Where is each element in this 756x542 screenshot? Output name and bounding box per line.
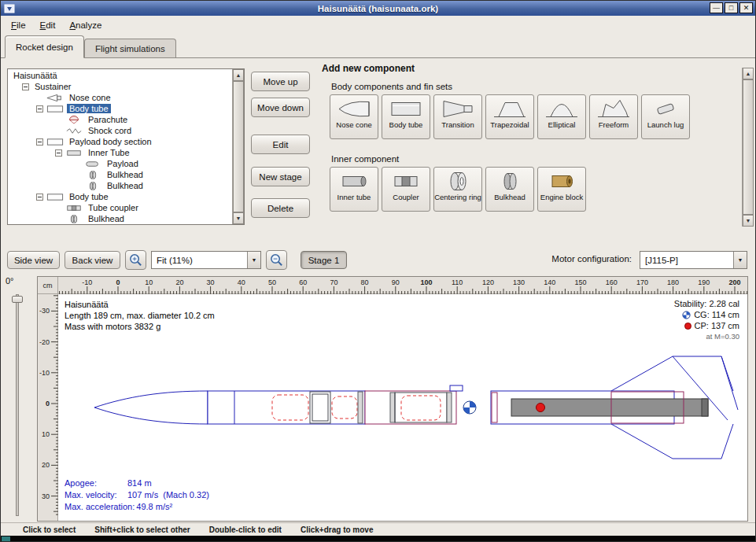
scrollbar-thumb[interactable] (743, 79, 754, 215)
delete-button[interactable]: Delete (251, 198, 310, 218)
fin-shape[interactable] (611, 424, 733, 459)
tree-scrollbar[interactable]: ▲ ▼ (232, 69, 244, 224)
app-icon[interactable] (4, 4, 15, 13)
svg-text:0: 0 (116, 278, 120, 286)
rotation-slider-handle[interactable] (12, 296, 23, 303)
add-bulkhead-button[interactable]: Bulkhead (485, 167, 534, 212)
menu-file[interactable]: File (4, 18, 33, 32)
body-tube-icon (46, 105, 64, 113)
scroll-up-icon[interactable]: ▲ (233, 69, 244, 81)
move-down-button[interactable]: Move down (251, 98, 310, 117)
rotation-slider-track[interactable] (16, 294, 19, 516)
parachute-icon (65, 116, 83, 124)
scroll-down-icon[interactable]: ▼ (233, 212, 244, 224)
scrollbar-thumb[interactable] (233, 81, 244, 212)
component-tree[interactable]: Haisunäätä Sustainer Nose cone Body tube… (7, 68, 245, 225)
add-coupler-button[interactable]: Coupler (382, 167, 430, 212)
tree-item-payload-body-section[interactable]: Payload body section (8, 136, 232, 147)
horizontal-ruler: -100102030405060708090100110120130140150… (58, 277, 747, 294)
tree-expander-icon[interactable] (55, 149, 62, 157)
mach-condition: at M=0.30 (706, 331, 739, 342)
tree-item-tube-coupler[interactable]: Tube coupler (8, 202, 232, 213)
body-tube-icon (46, 193, 64, 201)
tree-expander-icon[interactable] (22, 83, 29, 90)
new-stage-button[interactable]: New stage (251, 167, 310, 186)
hint-shift-click: Shift+click to select other (94, 525, 190, 534)
add-centering-ring-button[interactable]: Centering ring (433, 167, 482, 212)
tree-item-nose-cone[interactable]: Nose cone (8, 92, 232, 103)
add-engine-block-button[interactable]: Engine block (537, 167, 586, 212)
tree-item-bulkhead[interactable]: Bulkhead (8, 180, 232, 191)
add-freeform-fin-button[interactable]: Freeform (589, 94, 638, 139)
tree-item-inner-tube[interactable]: Inner Tube (8, 147, 232, 158)
tree-expander-icon[interactable] (36, 105, 43, 112)
zoom-out-button[interactable] (266, 250, 287, 270)
rocket-canvas[interactable]: Haisunäätä Length 189 cm, max. diameter … (58, 294, 747, 521)
tree-expander-icon[interactable] (36, 194, 43, 201)
stage-1-toggle[interactable]: Stage 1 (301, 251, 347, 269)
launch-lug-shape[interactable] (450, 385, 463, 391)
tree-item-body-tube-selected[interactable]: Body tube (8, 103, 232, 114)
motor-configuration-select[interactable]: [J115-P] ▼ (640, 251, 747, 269)
chevron-down-icon[interactable]: ▼ (247, 252, 260, 268)
add-trapezoidal-fin-button[interactable]: Trapezoidal (485, 94, 534, 139)
back-view-button[interactable]: Back view (65, 251, 120, 269)
svg-text:160: 160 (606, 278, 618, 286)
tree-item-bulkhead[interactable]: Bulkhead (8, 213, 232, 224)
max-acceleration-row: Max. acceleration:49.8 m/s² (65, 501, 209, 513)
scroll-up-icon[interactable]: ▲ (743, 68, 754, 79)
tree-item-body-tube[interactable]: Body tube (8, 191, 232, 202)
rocket-dimensions: Length 189 cm, max. diameter 10.2 cm (65, 310, 215, 321)
body-tube-icon (46, 138, 64, 146)
svg-text:60: 60 (299, 278, 307, 286)
add-launch-lug-button[interactable]: Launch lug (641, 94, 690, 139)
add-inner-tube-button[interactable]: Inner tube (330, 167, 378, 212)
cp-icon (684, 323, 691, 330)
maximize-button[interactable]: □ (725, 2, 738, 13)
move-up-button[interactable]: Move up (251, 72, 310, 91)
menu-edit[interactable]: Edit (33, 18, 63, 32)
tab-rocket-design[interactable]: Rocket design (5, 35, 84, 58)
window-controls: — □ ✕ (710, 2, 753, 13)
tree-item-sustainer[interactable]: Sustainer (8, 81, 232, 92)
nose-cone-shape[interactable] (94, 391, 208, 424)
horizontal-ruler-ticks: -100102030405060708090100110120130140150… (58, 277, 747, 294)
add-panel-scrollbar[interactable]: ▲ ▼ (742, 68, 754, 227)
tree-item-parachute[interactable]: Parachute (8, 114, 232, 125)
window-title: Haisunäätä (haisunaata.ork) (1, 4, 755, 13)
rotation-slider[interactable] (12, 294, 23, 516)
titlebar[interactable]: Haisunäätä (haisunaata.ork) — □ ✕ (1, 1, 755, 16)
tree-item-shock-cord[interactable]: Shock cord (8, 125, 232, 136)
add-transition-button[interactable]: Transition (433, 94, 482, 139)
tab-flight-simulations[interactable]: Flight simulations (84, 39, 176, 57)
chevron-down-icon[interactable]: ▼ (733, 252, 747, 268)
minimize-button[interactable]: — (710, 2, 723, 13)
tree-item-rocket[interactable]: Haisunäätä (8, 70, 232, 81)
tree-item-payload[interactable]: Payload (8, 158, 232, 169)
fin-shape[interactable] (611, 356, 733, 391)
scroll-down-icon[interactable]: ▼ (743, 215, 754, 227)
cp-marker (537, 404, 545, 412)
menu-analyze[interactable]: Analyze (62, 18, 109, 32)
rocket-mass: Mass with motors 3832 g (65, 321, 215, 332)
vertical-ruler: -30-20-100102030 (38, 294, 58, 521)
zoom-out-icon (269, 253, 284, 267)
svg-text:120: 120 (482, 278, 494, 286)
tree-item-bulkhead[interactable]: Bulkhead (8, 169, 232, 180)
zoom-level-select[interactable]: Fit (11%) ▼ (151, 251, 261, 269)
side-view-button[interactable]: Side view (7, 251, 60, 269)
transition-icon (441, 98, 475, 120)
flight-stats: Apogee:814 m Max. velocity:107 m/s (Mach… (65, 477, 209, 513)
svg-text:180: 180 (667, 278, 679, 286)
add-nose-cone-button[interactable]: Nose cone (330, 94, 378, 139)
svg-text:20: 20 (175, 278, 183, 286)
add-body-tube-button[interactable]: Body tube (382, 94, 430, 139)
tree-expander-icon[interactable] (36, 138, 43, 146)
add-elliptical-fin-button[interactable]: Elliptical (537, 94, 586, 139)
close-button[interactable]: ✕ (739, 2, 753, 13)
zoom-in-button[interactable] (125, 250, 146, 270)
payload-icon (84, 160, 101, 168)
svg-text:10: 10 (42, 430, 50, 438)
body-tube-shape[interactable] (208, 391, 365, 424)
edit-button[interactable]: Edit (251, 135, 310, 154)
